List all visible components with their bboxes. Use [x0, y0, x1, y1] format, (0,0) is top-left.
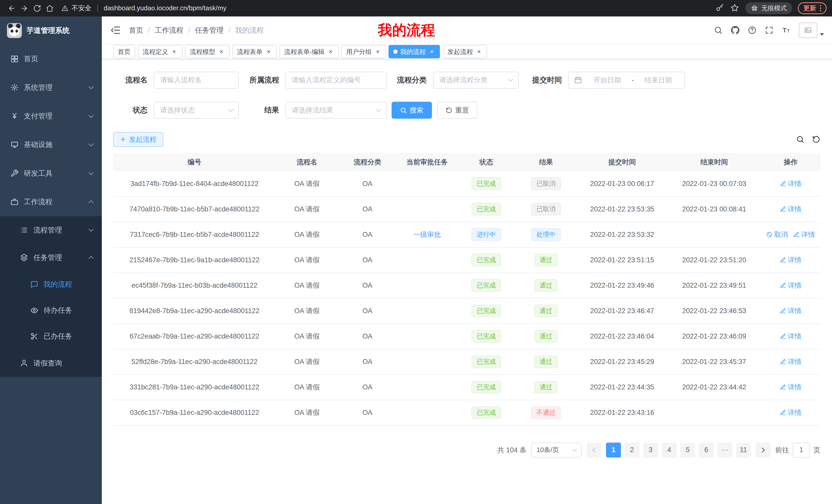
user-menu[interactable]: [799, 23, 824, 38]
font-size-icon[interactable]: TT: [782, 26, 791, 35]
breadcrumb-item[interactable]: 任务管理: [195, 25, 224, 35]
browser-back-icon[interactable]: [5, 2, 18, 15]
detail-link[interactable]: 详情: [780, 332, 802, 341]
fullscreen-icon[interactable]: [765, 26, 774, 35]
goto-page-input[interactable]: [793, 443, 810, 457]
filter-row-2: 状态 结果 搜索 重置: [113, 102, 821, 119]
cancel-link[interactable]: 取消: [766, 230, 788, 239]
reset-button-label: 重置: [455, 106, 469, 115]
filter-row-1: 流程名 所属流程 流程分类 提交时间: [113, 72, 821, 89]
cell-process-name: OA 请假: [276, 204, 338, 214]
tab-close-icon[interactable]: ×: [265, 48, 272, 55]
sidebar-item-my-process[interactable]: 我的流程: [0, 272, 102, 298]
app-logo[interactable]: 芋道管理系统: [0, 17, 102, 45]
address-bar[interactable]: 不安全 dashboard.yudao.iocoder.cn/bpm/task/…: [61, 4, 226, 12]
cell-category: OA: [338, 383, 397, 391]
browser-forward-icon[interactable]: [18, 2, 31, 15]
sidebar-item-home[interactable]: 首页: [0, 45, 102, 73]
refresh-table-icon[interactable]: [812, 135, 821, 144]
tab-close-icon[interactable]: ×: [327, 48, 334, 55]
tab-user-group[interactable]: 用户分组×: [341, 45, 386, 58]
github-icon[interactable]: [731, 26, 740, 35]
sidebar-item-infrastructure[interactable]: 基础设施: [0, 131, 102, 159]
pagination-page-5[interactable]: 5: [680, 443, 695, 457]
pagination-page-4[interactable]: 4: [662, 443, 677, 457]
create-process-button[interactable]: 发起流程: [113, 132, 163, 147]
cell-submit-time: 2022-01-22 23:49:46: [577, 282, 668, 289]
detail-link[interactable]: 详情: [780, 357, 802, 366]
category-select[interactable]: [433, 72, 519, 89]
page-size-value[interactable]: [537, 446, 570, 454]
active-tab-dot: [393, 50, 398, 54]
status-select-input[interactable]: [160, 106, 226, 114]
tab-close-icon[interactable]: ×: [374, 48, 381, 55]
detail-link[interactable]: 详情: [780, 281, 802, 290]
toggle-search-icon[interactable]: [796, 135, 805, 144]
sidebar-item-todo-tasks[interactable]: 待办任务: [0, 298, 102, 324]
edit-icon: [780, 180, 786, 187]
detail-link[interactable]: 详情: [780, 383, 802, 392]
sidebar-item-dev-tools[interactable]: 研发工具: [0, 159, 102, 188]
detail-link[interactable]: 详情: [780, 306, 802, 315]
bookmark-star-icon[interactable]: [730, 4, 739, 12]
tab-process-form-edit[interactable]: 流程表单-编辑×: [280, 45, 339, 58]
tab-close-icon[interactable]: ×: [171, 48, 178, 55]
reset-button[interactable]: 重置: [437, 102, 477, 119]
browser-home-icon[interactable]: [44, 2, 56, 15]
sidebar-item-payment[interactable]: 支付管理: [0, 102, 102, 130]
not-secure-warning-icon: [61, 5, 69, 12]
browser-menu-icon[interactable]: [820, 5, 821, 11]
tab-home[interactable]: 首页: [113, 45, 135, 58]
sidebar-item-done-tasks[interactable]: 已办任务: [0, 324, 102, 349]
process-name-input[interactable]: [160, 76, 232, 84]
detail-link[interactable]: 详情: [780, 204, 802, 214]
help-icon[interactable]: [748, 26, 757, 35]
tab-process-form[interactable]: 流程表单×: [232, 45, 277, 58]
result-select-input[interactable]: [292, 106, 373, 114]
browser-reload-icon[interactable]: [31, 2, 44, 15]
tab-create-process[interactable]: 发起流程×: [443, 45, 487, 58]
sidebar-item-leave-query[interactable]: 请假查询: [0, 349, 102, 377]
category-select-input[interactable]: [439, 76, 506, 84]
pagination-page-11[interactable]: 11: [736, 443, 751, 457]
current-task-link[interactable]: 一级审批: [413, 230, 441, 239]
tab-process-model[interactable]: 流程模型×: [185, 45, 230, 58]
detail-link[interactable]: 详情: [793, 230, 815, 239]
pagination-page-3[interactable]: 3: [643, 443, 658, 457]
pagination-page-2[interactable]: 2: [625, 443, 640, 457]
browser-update-button[interactable]: 更新: [798, 2, 827, 14]
detail-link[interactable]: 详情: [780, 408, 802, 417]
search-button[interactable]: 搜索: [392, 102, 432, 119]
sidebar-item-system[interactable]: 系统管理: [0, 73, 102, 102]
parent-process-input[interactable]: [292, 76, 381, 84]
tab-process-definition[interactable]: 流程定义×: [138, 45, 182, 58]
detail-link[interactable]: 详情: [780, 255, 802, 264]
breadcrumb-item[interactable]: 工作流程: [155, 25, 183, 35]
detail-link[interactable]: 详情: [780, 179, 802, 188]
breadcrumb-item[interactable]: 首页: [129, 25, 143, 35]
tab-close-icon[interactable]: ×: [428, 48, 435, 55]
tab-my-process[interactable]: 我的流程×: [389, 45, 440, 58]
pagination-ellipsis[interactable]: ···: [717, 443, 732, 457]
pagination-page-6[interactable]: 6: [699, 443, 714, 457]
sidebar-item-task-mgmt[interactable]: 任务管理: [0, 244, 102, 271]
pagination-next-button[interactable]: [756, 443, 771, 457]
sidebar-toggle-icon[interactable]: [110, 25, 121, 36]
sidebar-item-process-mgmt[interactable]: 流程管理: [0, 216, 102, 244]
result-select[interactable]: [285, 102, 387, 119]
submit-time-range-picker[interactable]: 开始日期 - 结束日期: [568, 72, 685, 89]
cell-result: 通过: [515, 381, 577, 394]
status-select[interactable]: [154, 102, 239, 119]
tab-close-icon[interactable]: ×: [218, 48, 225, 55]
password-key-icon[interactable]: [716, 4, 725, 12]
tab-close-icon[interactable]: ×: [475, 48, 482, 55]
sidebar-item-workflow[interactable]: 工作流程: [0, 188, 102, 216]
pagination-pages: 123456···11: [606, 443, 751, 457]
pagination-page-1[interactable]: 1: [606, 443, 621, 457]
tool-icon: [10, 169, 19, 177]
browser-actions: 无痕模式 更新: [716, 2, 827, 14]
header-search-icon[interactable]: [714, 26, 723, 35]
pagination-prev-button[interactable]: [587, 443, 601, 457]
page-size-select[interactable]: [531, 443, 581, 457]
cell-id: 7317cec6-7b9b-11ec-b5b7-acde48001122: [113, 231, 276, 239]
